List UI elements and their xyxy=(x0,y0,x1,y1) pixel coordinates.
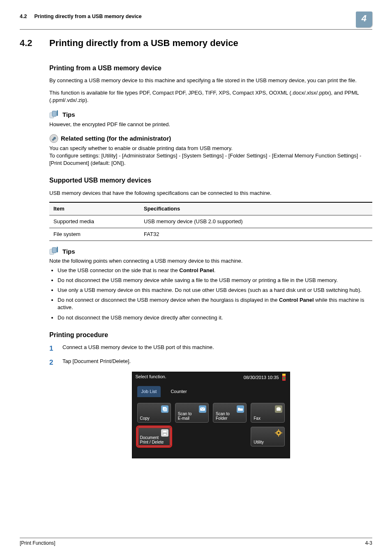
tile-document-print-delete[interactable]: Document Print / Delete xyxy=(137,427,171,446)
footer-left: [Print Functions] xyxy=(20,540,55,547)
step-1-text: Connect a USB memory device to the USB p… xyxy=(62,344,214,354)
section-heading: Printing directly from a USB memory devi… xyxy=(49,37,372,50)
svg-rect-21 xyxy=(278,435,279,437)
svg-rect-5 xyxy=(52,247,56,253)
svg-rect-2 xyxy=(57,110,58,116)
tips1-body: However, the encrypted PDF file cannot b… xyxy=(49,121,372,128)
tips2-b5: Do not disconnect the USB memory device … xyxy=(58,314,372,321)
footer-right: 4-3 xyxy=(365,540,372,547)
header-section-number: 4.2 xyxy=(20,13,33,21)
tile-scan-email[interactable]: Scan to E-mail xyxy=(175,403,209,423)
svg-rect-1 xyxy=(52,111,56,116)
tips2-list: Use the USB connector on the side that i… xyxy=(49,267,372,321)
tile-fax-label: Fax xyxy=(254,416,261,421)
svg-rect-9 xyxy=(283,377,285,379)
scr-topbar: Select function. 08/30/2013 10:35 xyxy=(132,372,290,383)
scr-tabs: Job List Counter xyxy=(132,383,290,399)
chapter-badge: 4 xyxy=(356,12,372,28)
scr-top-text: Select function. xyxy=(136,374,166,382)
header-text: 4.2 Printing directly from a USB memory … xyxy=(20,13,142,21)
sub1-p1: By connecting a USB memory device to thi… xyxy=(49,77,372,84)
step-2: 2 Tap [Document Print/Delete]. xyxy=(49,358,372,368)
svg-rect-20 xyxy=(278,429,279,431)
spec-r1c2: USB memory device (USB 2.0 supported) xyxy=(140,215,372,228)
printer-icon xyxy=(161,429,168,437)
step-number-2: 2 xyxy=(49,358,57,368)
tile-scan-folder-label: Scan to Folder xyxy=(216,412,230,421)
svg-rect-22 xyxy=(275,432,277,433)
control-panel-screenshot: Select function. 08/30/2013 10:35 Job Li… xyxy=(132,372,290,458)
related-label: Related setting (for the administrator) xyxy=(61,134,171,143)
tips2-b1a: Use the USB connector on the side that i… xyxy=(58,267,179,273)
tips-icon xyxy=(49,247,60,256)
subheading-printing-from-usb: Printing from a USB memory device xyxy=(49,64,372,73)
svg-rect-23 xyxy=(281,432,282,433)
tips2-intro: Note the following points when connectin… xyxy=(49,257,372,265)
tile-scan-email-label: Scan to E-mail xyxy=(178,412,192,421)
scr-timestamp: 08/30/2013 10:35 xyxy=(244,375,279,381)
related-line1: You can specify whether to enable or dis… xyxy=(49,145,372,152)
page-header: 4.2 Printing directly from a USB memory … xyxy=(20,13,372,30)
svg-rect-7 xyxy=(282,374,286,376)
svg-rect-17 xyxy=(164,434,166,435)
copy-icon xyxy=(161,405,168,413)
spec-table: Item Specifications Supported media USB … xyxy=(49,202,372,241)
header-title: Printing directly from a USB memory devi… xyxy=(34,14,141,19)
tips2-b3: Use only a USB memory device on this mac… xyxy=(58,287,372,294)
svg-rect-6 xyxy=(57,247,58,252)
tips-label-1: Tips xyxy=(62,110,75,119)
subheading-printing-procedure: Printing procedure xyxy=(49,331,372,340)
tips2-b1b: Control Panel xyxy=(179,267,214,273)
section-heading-row: 4.2 Printing directly from a USB memory … xyxy=(20,37,372,54)
sub2-intro: USB memory devices that have the followi… xyxy=(49,190,372,197)
tips2-b4b: Control Panel xyxy=(279,297,314,303)
tips-heading-2: Tips xyxy=(49,247,372,256)
tips2-b2: Do not disconnect the USB memory device … xyxy=(58,277,372,284)
spec-r2c2: FAT32 xyxy=(140,228,372,241)
svg-rect-13 xyxy=(277,408,281,411)
page-footer: [Print Functions] 4-3 xyxy=(20,538,372,547)
spec-r1c1: Supported media xyxy=(49,215,140,228)
sub1-p2: This function is available for file type… xyxy=(49,89,372,104)
subheading-supported-devices: Supported USB memory devices xyxy=(49,176,372,185)
wrench-icon xyxy=(49,134,58,143)
tab-job-list[interactable]: Job List xyxy=(137,386,161,397)
gear-icon xyxy=(275,429,282,437)
svg-rect-14 xyxy=(277,407,280,408)
tile-doc-pd-label: Document Print / Delete xyxy=(140,435,164,444)
related-heading: Related setting (for the administrator) xyxy=(49,134,372,143)
svg-point-19 xyxy=(277,432,279,434)
tips-heading-1: Tips xyxy=(49,110,372,119)
fax-icon xyxy=(275,405,282,413)
tips2-b4a: Do not connect or disconnect the USB mem… xyxy=(58,297,279,303)
tile-utility[interactable]: Utility xyxy=(251,427,284,446)
related-line2: To configure settings: [Utility] - [Admi… xyxy=(49,152,372,167)
section-number: 4.2 xyxy=(20,37,49,54)
tips2-b1c: . xyxy=(214,267,216,273)
spec-r2c1: File system xyxy=(49,228,140,241)
tips2-b1: Use the USB connector on the side that i… xyxy=(58,267,372,274)
step-1: 1 Connect a USB memory device to the USB… xyxy=(49,344,372,354)
svg-rect-15 xyxy=(163,431,166,432)
usb-status-icon xyxy=(281,374,286,382)
tab-counter[interactable]: Counter xyxy=(166,386,191,397)
spec-th-spec: Specifications xyxy=(140,202,372,215)
step-2-text: Tap [Document Print/Delete]. xyxy=(62,358,131,368)
tile-utility-label: Utility xyxy=(254,440,263,444)
folder-icon xyxy=(237,405,244,413)
tips2-b4: Do not connect or disconnect the USB mem… xyxy=(58,296,372,311)
email-icon xyxy=(199,405,206,413)
spec-th-item: Item xyxy=(49,202,140,215)
tips-label-2: Tips xyxy=(62,247,75,256)
svg-rect-11 xyxy=(164,408,167,411)
tile-scan-folder[interactable]: Scan to Folder xyxy=(213,403,247,423)
tile-fax[interactable]: Fax xyxy=(251,403,284,423)
tile-copy-label: Copy xyxy=(140,416,150,421)
step-number-1: 1 xyxy=(49,344,57,354)
tips-icon xyxy=(49,110,60,119)
tile-copy[interactable]: Copy xyxy=(137,403,171,423)
